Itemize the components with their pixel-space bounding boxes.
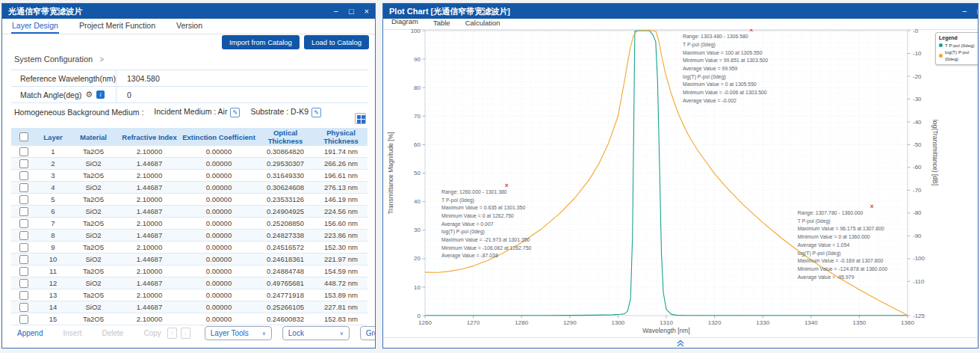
physical-thickness-cell[interactable]: 448.72 nm: [314, 277, 368, 289]
optical-thickness-cell[interactable]: 0.49765681: [256, 277, 314, 289]
close-icon[interactable]: ×: [365, 4, 369, 19]
annotation-close-marker[interactable]: ×: [870, 203, 874, 210]
lock-dropdown[interactable]: Lock∨: [282, 326, 350, 340]
refractive-index-cell[interactable]: 2.10000: [117, 170, 182, 182]
reference-wavelength-value[interactable]: 1304.580: [117, 74, 160, 83]
row-checkbox[interactable]: [19, 195, 28, 204]
refractive-index-cell[interactable]: 1.44687: [117, 301, 182, 313]
refractive-index-cell[interactable]: 2.10000: [117, 146, 182, 158]
copy-button[interactable]: Copy: [143, 329, 161, 337]
edit-incident-medium-icon[interactable]: ✎: [230, 108, 240, 117]
refractive-index-cell[interactable]: 1.44687: [117, 230, 182, 242]
material-palette-button[interactable]: [355, 113, 366, 124]
refractive-index-cell[interactable]: 2.10000: [117, 242, 182, 254]
optical-thickness-cell[interactable]: 0.30624608: [256, 182, 314, 194]
tab-diagram[interactable]: Diagram: [391, 16, 419, 29]
optical-thickness-cell[interactable]: 0.23533126: [256, 194, 314, 206]
maximize-icon[interactable]: □: [349, 4, 354, 19]
physical-thickness-cell[interactable]: 191.74 nm: [314, 146, 368, 158]
extinction-coefficient-cell[interactable]: 0.00000: [182, 158, 256, 170]
tab-calculation[interactable]: Calculation: [465, 17, 501, 29]
refractive-index-cell[interactable]: 1.44687: [117, 254, 182, 265]
refractive-index-cell[interactable]: 2.10000: [117, 194, 182, 206]
optical-thickness-cell[interactable]: 0.31649330: [256, 170, 314, 182]
extinction-coefficient-cell[interactable]: 0.00000: [182, 146, 256, 158]
material-cell[interactable]: SiO2: [69, 230, 117, 242]
optical-thickness-cell[interactable]: 0.30864820: [256, 146, 314, 158]
row-checkbox[interactable]: [19, 315, 28, 324]
gear-icon[interactable]: ⚙: [85, 90, 93, 99]
physical-thickness-cell[interactable]: 196.61 nm: [314, 170, 368, 182]
physical-thickness-cell[interactable]: 153.89 nm: [314, 289, 368, 301]
row-checkbox[interactable]: [19, 219, 28, 228]
row-checkbox[interactable]: [19, 231, 28, 240]
physical-thickness-cell[interactable]: 223.86 nm: [314, 230, 368, 242]
annotation-close-marker[interactable]: ×: [505, 182, 509, 189]
material-cell[interactable]: SiO2: [69, 182, 117, 194]
move-up-button[interactable]: ↑: [167, 328, 177, 339]
annotation-close-marker[interactable]: ×: [749, 29, 753, 34]
delete-button[interactable]: Delete: [102, 329, 124, 337]
extinction-coefficient-cell[interactable]: 0.00000: [182, 289, 256, 301]
row-checkbox[interactable]: [19, 147, 28, 156]
extinction-coefficient-cell[interactable]: 0.00000: [182, 206, 256, 218]
extinction-coefficient-cell[interactable]: 0.00000: [182, 277, 256, 289]
refractive-index-cell[interactable]: 1.44687: [117, 277, 182, 289]
extinction-coefficient-cell[interactable]: 0.00000: [182, 170, 256, 182]
info-icon[interactable]: i: [96, 90, 105, 99]
material-cell[interactable]: Ta2O5: [69, 170, 117, 182]
refractive-index-cell[interactable]: 1.44687: [117, 182, 182, 194]
optical-thickness-cell[interactable]: 0.24827338: [256, 230, 314, 242]
physical-thickness-cell[interactable]: 152.83 nm: [314, 313, 368, 325]
extinction-coefficient-cell[interactable]: 0.00000: [182, 254, 256, 265]
physical-thickness-cell[interactable]: 224.56 nm: [314, 206, 368, 218]
extinction-coefficient-cell[interactable]: 0.00000: [182, 313, 256, 325]
row-checkbox[interactable]: [19, 207, 28, 216]
edit-substrate-icon[interactable]: ✎: [311, 108, 321, 117]
material-cell[interactable]: Ta2O5: [69, 194, 117, 206]
extinction-coefficient-cell[interactable]: 0.00000: [182, 242, 256, 254]
optical-thickness-cell[interactable]: 0.24771918: [256, 289, 314, 301]
row-checkbox[interactable]: [19, 243, 28, 252]
collapse-chevron-icon[interactable]: [676, 340, 685, 347]
refractive-index-cell[interactable]: 1.44687: [117, 206, 182, 218]
extinction-coefficient-cell[interactable]: 0.00000: [182, 218, 256, 230]
tab-layer-design[interactable]: Layer Design: [11, 19, 59, 34]
minimize-icon[interactable]: −: [962, 4, 967, 19]
physical-thickness-cell[interactable]: 146.19 nm: [314, 194, 368, 206]
material-cell[interactable]: SiO2: [69, 301, 117, 313]
optical-thickness-cell[interactable]: 0.29530307: [256, 158, 314, 170]
material-cell[interactable]: Ta2O5: [69, 289, 117, 301]
row-checkbox[interactable]: [19, 171, 28, 180]
physical-thickness-cell[interactable]: 227.81 nm: [314, 301, 368, 313]
refractive-index-cell[interactable]: 2.10000: [117, 218, 182, 230]
move-down-button[interactable]: ↓: [181, 328, 190, 339]
material-cell[interactable]: SiO2: [69, 158, 117, 170]
extinction-coefficient-cell[interactable]: 0.00000: [182, 230, 256, 242]
layer-tools-dropdown[interactable]: Layer Tools∨: [205, 326, 272, 340]
load-to-catalog-button[interactable]: Load to Catalog: [304, 35, 369, 49]
physical-thickness-cell[interactable]: 266.26 nm: [314, 158, 368, 170]
insert-button[interactable]: Insert: [63, 329, 81, 337]
row-checkbox[interactable]: [19, 255, 28, 264]
optical-thickness-cell[interactable]: 0.25208850: [256, 218, 314, 230]
physical-thickness-cell[interactable]: 152.30 nm: [314, 242, 368, 254]
optical-thickness-cell[interactable]: 0.24884748: [256, 265, 314, 277]
row-checkbox[interactable]: [19, 183, 28, 192]
row-checkbox[interactable]: [19, 159, 28, 168]
extinction-coefficient-cell[interactable]: 0.00000: [182, 301, 256, 313]
row-checkbox[interactable]: [19, 267, 28, 276]
material-cell[interactable]: Ta2O5: [69, 242, 117, 254]
material-cell[interactable]: Ta2O5: [69, 146, 117, 158]
refractive-index-cell[interactable]: 2.10000: [117, 289, 182, 301]
optical-thickness-cell[interactable]: 0.24516572: [256, 242, 314, 254]
material-cell[interactable]: SiO2: [69, 254, 117, 265]
physical-thickness-cell[interactable]: 154.59 nm: [314, 265, 368, 277]
optical-thickness-cell[interactable]: 0.24600832: [256, 313, 314, 325]
system-configuration-section[interactable]: System Configuration >: [14, 55, 104, 64]
import-from-catalog-button[interactable]: Import from Catalog: [222, 35, 300, 49]
group-dropdown[interactable]: Group∨: [360, 326, 376, 340]
tab-version[interactable]: Version: [176, 19, 203, 34]
extinction-coefficient-cell[interactable]: 0.00000: [182, 265, 256, 277]
extinction-coefficient-cell[interactable]: 0.00000: [182, 182, 256, 194]
